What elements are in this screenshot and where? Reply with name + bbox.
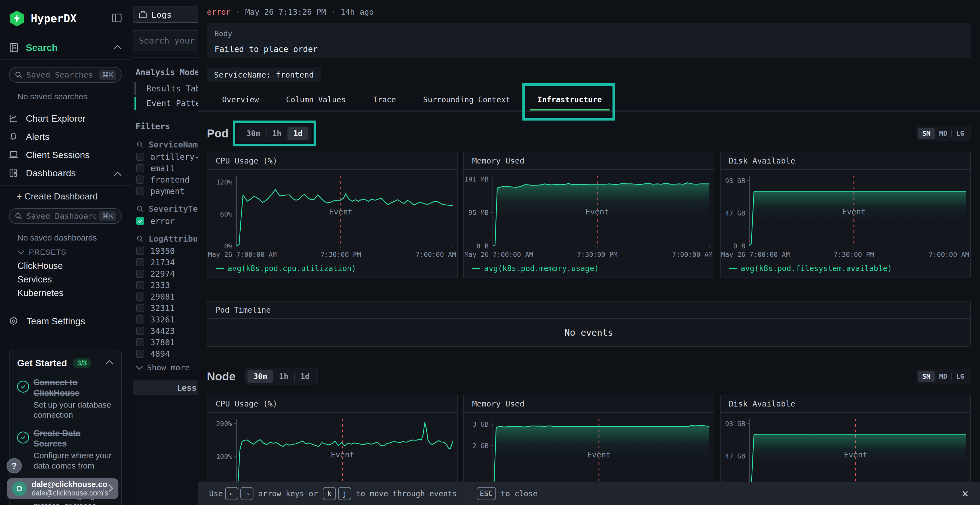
checkbox[interactable] (136, 187, 144, 195)
cmd-k-shortcut: ⌘K (99, 211, 116, 221)
checkbox[interactable] (136, 327, 144, 335)
checkbox[interactable] (136, 315, 144, 324)
checkbox[interactable] (136, 164, 144, 172)
pod-range-1h[interactable]: 1h (266, 127, 288, 140)
chart-plot[interactable]: 120%60%0%May 26 7:00:00 AM7:30:00 PM7:00… (207, 170, 457, 260)
pod-timeline-empty-text: No events (207, 319, 970, 346)
account-card[interactable]: D dale@clickhouse.com dale@clickhouse.co… (7, 478, 118, 499)
saved-dashboards-input[interactable]: ⌘K (9, 208, 122, 224)
legend-line-swatch (472, 268, 480, 269)
close-drawer-icon[interactable]: × (962, 488, 969, 499)
tab-trace[interactable]: Trace (373, 95, 396, 104)
saved-searches-input[interactable]: ⌘K (9, 67, 122, 83)
node-range-1h[interactable]: 1h (273, 370, 294, 383)
saved-searches-field[interactable] (26, 70, 95, 79)
chart-card-pod-mem: Memory Used191 MB95 MB0 BMay 26 7:00:00 … (463, 152, 714, 278)
sidebar-item-search[interactable]: Search (9, 41, 122, 54)
saved-dashboards-field[interactable] (26, 211, 95, 221)
get-started-step[interactable]: Connect to ClickHouse Set up your databa… (17, 377, 113, 420)
dashboard-grid-icon (9, 169, 18, 178)
pod-size-md[interactable]: MD (935, 128, 952, 139)
node-range-30m[interactable]: 30m (247, 370, 273, 383)
sidebar-item-label: Chart Explorer (26, 113, 86, 124)
checkbox[interactable] (136, 247, 144, 255)
preset-services[interactable]: Services (9, 275, 122, 284)
sidebar-item-label: Alerts (26, 132, 49, 142)
filter-option-label: 33261 (150, 315, 175, 324)
sidebar-item-chart-explorer[interactable]: Chart Explorer (9, 113, 122, 124)
help-button[interactable]: ? (6, 458, 22, 473)
no-saved-searches-text: No saved searches (9, 92, 122, 101)
chevron-up-icon[interactable] (113, 168, 122, 178)
severity-badge: error (207, 7, 231, 17)
footer-arrow-keys-text: arrow keys or (258, 489, 318, 498)
get-started-title: Get Started (17, 358, 67, 368)
divider (467, 486, 468, 501)
chevron-up-icon[interactable] (113, 44, 122, 51)
svg-text:7:00:00 AM: 7:00:00 AM (929, 251, 969, 259)
create-dashboard-button[interactable]: + Create Dashboard (9, 191, 122, 202)
chart-title: CPU Usage (%) (207, 152, 457, 170)
checkbox[interactable] (136, 292, 144, 301)
checkbox[interactable] (136, 338, 144, 346)
checkbox[interactable] (136, 270, 144, 278)
pod-range-1d[interactable]: 1d (288, 127, 309, 140)
account-email: dale@clickhouse.com (32, 480, 108, 489)
preset-kubernetes[interactable]: Kubernetes (9, 288, 122, 298)
event-details-drawer: error · May 26 7:13:26 PM · 14h ago Body… (197, 0, 980, 505)
checkbox[interactable] (136, 176, 144, 184)
filter-option-label: 19350 (150, 246, 175, 256)
chevron-up-icon[interactable] (105, 360, 113, 366)
collapse-sidebar-button[interactable] (112, 14, 122, 24)
pod-charts-grid: CPU Usage (%)120%60%0%May 26 7:00:00 AM7… (207, 152, 971, 278)
svg-text:7:00:00 AM: 7:00:00 AM (416, 251, 456, 259)
node-time-range-toggle: 30m1h1d (245, 368, 318, 385)
chart-card-pod-cpu: CPU Usage (%)120%60%0%May 26 7:00:00 AM7… (207, 152, 458, 278)
event-age: 14h ago (340, 7, 374, 17)
sidebar-item-client-sessions[interactable]: Client Sessions (9, 149, 122, 160)
tab-infrastructure[interactable]: Infrastructure (538, 95, 602, 104)
pod-size-sm[interactable]: SM (918, 128, 935, 139)
body-label: Body (215, 29, 963, 38)
node-size-lg[interactable]: LG (952, 371, 969, 382)
right-arrow-key: → (240, 487, 253, 500)
left-arrow-key: ← (225, 487, 238, 500)
tab-overview[interactable]: Overview (222, 95, 259, 104)
node-range-1d[interactable]: 1d (294, 370, 315, 383)
get-started-step[interactable]: Create Data Sources Configure where your… (17, 428, 113, 471)
pod-size-lg[interactable]: LG (952, 128, 969, 139)
checkbox[interactable] (136, 258, 144, 266)
bell-icon (9, 132, 18, 141)
checkbox[interactable] (136, 304, 144, 312)
tab-column-values[interactable]: Column Values (286, 95, 346, 104)
checkbox-checked[interactable] (136, 217, 144, 225)
svg-text:May 26 7:00:00 AM: May 26 7:00:00 AM (208, 251, 277, 259)
sidebar: HyperDX Search ⌘K No saved searches (0, 0, 131, 505)
sidebar-item-dashboards[interactable]: Dashboards (9, 167, 122, 179)
service-name-tag[interactable]: ServiceName: frontend (207, 67, 321, 82)
pod-range-30m[interactable]: 30m (240, 127, 266, 140)
node-size-md[interactable]: MD (935, 371, 952, 382)
svg-text:7:30:00 PM: 7:30:00 PM (577, 251, 618, 259)
get-started-progress-badge: 3/3 (73, 358, 91, 368)
checkbox[interactable] (136, 349, 144, 358)
checkbox[interactable] (136, 152, 144, 161)
dot-separator: · (331, 7, 336, 17)
presets-toggle[interactable]: PRESETS (9, 247, 122, 257)
chart-card-pod-disk: Disk Available93 GB47 GB0 BMay 26 7:00:0… (720, 152, 971, 278)
filter-group-label: ServiceName (149, 140, 203, 149)
sidebar-item-alerts[interactable]: Alerts (9, 131, 122, 142)
tab-surrounding-context[interactable]: Surrounding Context (423, 95, 510, 104)
sidebar-item-team-settings[interactable]: Team Settings (9, 315, 122, 327)
chart-plot[interactable]: 191 MB95 MB0 BMay 26 7:00:00 AM7:30:00 P… (464, 170, 713, 260)
preset-clickhouse[interactable]: ClickHouse (9, 261, 122, 271)
chart-plot[interactable]: 93 GB47 GB0 BMay 26 7:00:00 AM7:30:00 PM… (721, 170, 970, 260)
checkbox[interactable] (136, 281, 144, 289)
svg-text:47 GB: 47 GB (725, 209, 745, 217)
search-icon (136, 235, 144, 243)
svg-text:200%: 200% (216, 420, 232, 428)
chart-legend: avg(k8s.pod.memory.usage) (464, 260, 713, 276)
body-value: Failed to place order (215, 44, 963, 54)
event-header: error · May 26 7:13:26 PM · 14h ago (207, 7, 971, 17)
node-size-sm[interactable]: SM (918, 371, 935, 382)
